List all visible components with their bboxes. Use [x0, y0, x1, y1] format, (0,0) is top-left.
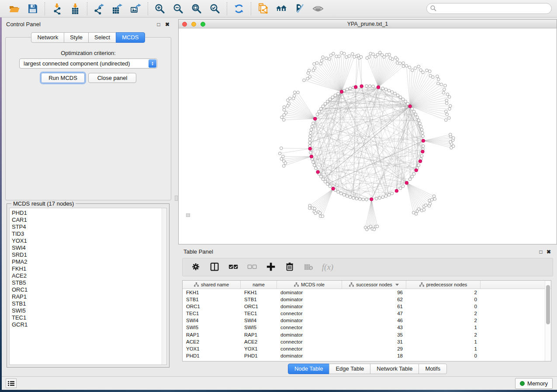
- network-leaf-node[interactable]: [429, 74, 432, 77]
- network-leaf-node[interactable]: [357, 54, 360, 57]
- select-all-icon[interactable]: [228, 261, 239, 273]
- gear-icon[interactable]: [190, 261, 202, 273]
- column-header-predecessor-nodes[interactable]: predecessor nodes: [406, 281, 481, 289]
- network-edge[interactable]: [280, 149, 310, 154]
- network-leaf-node[interactable]: [283, 113, 286, 117]
- network-leaf-node[interactable]: [414, 67, 417, 70]
- network-edge[interactable]: [407, 183, 422, 210]
- network-node[interactable]: [318, 110, 321, 113]
- mcds-dominator-node[interactable]: [377, 86, 380, 89]
- network-node[interactable]: [422, 144, 425, 148]
- network-node[interactable]: [312, 122, 315, 125]
- network-edge[interactable]: [371, 199, 377, 227]
- network-leaf-node[interactable]: [422, 71, 425, 74]
- network-edge[interactable]: [294, 96, 315, 119]
- mcds-result-item[interactable]: STB5: [12, 279, 166, 286]
- table-row[interactable]: RAP1RAP1dominator352: [183, 331, 551, 338]
- network-leaf-node[interactable]: [437, 78, 440, 81]
- mcds-dominator-node[interactable]: [405, 181, 408, 185]
- network-node[interactable]: [359, 198, 362, 201]
- network-leaf-node[interactable]: [411, 69, 414, 72]
- network-edge[interactable]: [378, 63, 398, 87]
- close-panel-icon[interactable]: ✖: [163, 21, 171, 28]
- network-node[interactable]: [381, 87, 384, 90]
- network-leaf-node[interactable]: [369, 52, 372, 55]
- hide-graphics-icon[interactable]: [293, 2, 306, 15]
- network-node[interactable]: [309, 131, 312, 134]
- network-node[interactable]: [331, 96, 334, 99]
- network-leaf-node[interactable]: [436, 75, 439, 78]
- network-node[interactable]: [419, 122, 422, 125]
- export-image-icon[interactable]: [129, 2, 142, 15]
- network-leaf-node[interactable]: [320, 59, 323, 62]
- network-leaf-node[interactable]: [424, 204, 427, 207]
- float-table-panel-icon[interactable]: □: [537, 248, 545, 256]
- network-node[interactable]: [311, 125, 314, 128]
- network-node[interactable]: [384, 195, 387, 198]
- network-leaf-node[interactable]: [446, 93, 449, 96]
- network-edge[interactable]: [410, 76, 431, 106]
- tab-node-table[interactable]: Node Table: [288, 364, 330, 374]
- export-table-icon[interactable]: [111, 2, 124, 15]
- network-overview-icon[interactable]: [275, 2, 288, 15]
- network-edge[interactable]: [410, 106, 450, 107]
- network-leaf-node[interactable]: [417, 208, 420, 211]
- network-leaf-node[interactable]: [315, 62, 318, 65]
- network-node[interactable]: [408, 178, 412, 181]
- network-leaf-node[interactable]: [287, 99, 290, 102]
- export-network-icon[interactable]: [93, 2, 106, 15]
- mcds-result-list[interactable]: PHD1CAR1STP4TID3YOX1SWI4SRD1PMA2FKH1ACE2…: [9, 208, 167, 365]
- network-leaf-node[interactable]: [286, 104, 289, 107]
- network-node[interactable]: [384, 88, 387, 91]
- deselect-all-icon[interactable]: [247, 261, 258, 273]
- zoom-fit-icon[interactable]: [190, 2, 203, 15]
- network-leaf-node[interactable]: [428, 70, 431, 73]
- network-edge[interactable]: [315, 68, 342, 92]
- network-leaf-node[interactable]: [446, 113, 449, 116]
- network-edge[interactable]: [423, 134, 450, 141]
- network-node[interactable]: [368, 85, 371, 88]
- network-node[interactable]: [313, 164, 316, 167]
- float-panel-icon[interactable]: □: [155, 21, 163, 28]
- task-history-button[interactable]: [6, 378, 17, 388]
- network-leaf-node[interactable]: [283, 106, 286, 109]
- column-header-name[interactable]: name: [241, 281, 277, 289]
- network-leaf-node[interactable]: [297, 91, 300, 94]
- network-leaf-node[interactable]: [426, 69, 429, 72]
- network-edge[interactable]: [407, 183, 426, 205]
- network-node[interactable]: [414, 113, 417, 116]
- network-leaf-node[interactable]: [448, 96, 451, 99]
- mcds-dominator-node[interactable]: [332, 187, 335, 190]
- delete-column-icon[interactable]: [284, 261, 296, 273]
- network-leaf-node[interactable]: [440, 83, 443, 86]
- network-node[interactable]: [381, 196, 384, 199]
- network-leaf-node[interactable]: [282, 118, 285, 121]
- network-edge[interactable]: [410, 100, 447, 106]
- tab-select[interactable]: Select: [88, 32, 116, 43]
- network-leaf-node[interactable]: [419, 69, 422, 72]
- network-node[interactable]: [355, 197, 358, 200]
- network-leaf-node[interactable]: [360, 55, 363, 58]
- network-node[interactable]: [315, 167, 318, 170]
- network-leaf-node[interactable]: [282, 165, 285, 168]
- network-window-titlebar[interactable]: YPA_prune.txt_1: [179, 20, 557, 28]
- network-node[interactable]: [396, 94, 399, 97]
- network-node[interactable]: [362, 198, 365, 201]
- mcds-result-item[interactable]: TEC1: [12, 314, 166, 321]
- network-node[interactable]: [310, 128, 313, 131]
- result-scrollbar[interactable]: [162, 208, 166, 364]
- network-edge[interactable]: [410, 79, 439, 107]
- mcds-dominator-node[interactable]: [422, 139, 425, 143]
- network-leaf-node[interactable]: [381, 54, 384, 57]
- network-leaf-node[interactable]: [293, 91, 296, 94]
- network-leaf-node[interactable]: [328, 58, 331, 61]
- network-node[interactable]: [412, 110, 415, 113]
- network-leaf-node[interactable]: [444, 119, 447, 122]
- network-leaf-node[interactable]: [322, 56, 325, 59]
- close-table-panel-icon[interactable]: ✖: [545, 248, 553, 256]
- network-leaf-node[interactable]: [449, 141, 452, 144]
- network-leaf-node[interactable]: [449, 133, 452, 136]
- network-leaf-node[interactable]: [351, 52, 354, 55]
- mcds-result-item[interactable]: PHD1: [12, 210, 166, 217]
- network-edge[interactable]: [284, 156, 311, 161]
